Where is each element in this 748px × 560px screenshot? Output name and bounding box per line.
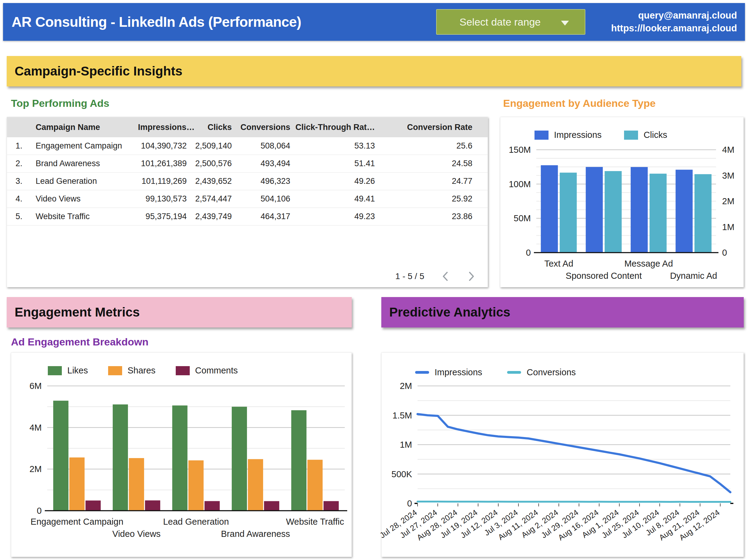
ctr-cell: 49.26 [290, 176, 375, 186]
svg-text:2M: 2M [400, 381, 412, 391]
bar-comments-1 [145, 500, 160, 511]
category-label: Dynamic Ad [670, 271, 717, 281]
legend-label: Shares [127, 366, 156, 375]
category-label: Sponsored Content [566, 271, 642, 281]
bar-clicks-1 [605, 171, 622, 252]
conversions-cell: 496,323 [232, 176, 290, 186]
ctr-cell: 49.23 [290, 212, 375, 221]
section-banner-campaign: Campaign-Specific Insights [7, 56, 741, 87]
ctr-cell: 51.41 [290, 159, 375, 168]
table-row[interactable]: 4.Video Views99,130,5732,574,447504,1064… [7, 190, 488, 208]
conversion-rate-cell: 25.92 [375, 194, 482, 203]
table-row[interactable]: 5.Website Traffic95,375,1942,439,749464,… [7, 208, 488, 225]
audience-chart: 050M100M150M01M2M3M4MText AdSponsored Co… [500, 142, 744, 285]
bar-likes-3 [232, 407, 247, 511]
conversion-rate-cell: 24.77 [375, 176, 482, 186]
conversions-cell: 493,494 [232, 159, 290, 168]
conversions-cell: 508,064 [232, 141, 290, 151]
legend-item-impressions: Impressions [535, 130, 602, 140]
legend-item-likes: Likes [48, 366, 88, 375]
page-title: AR Consulting - LinkedIn Ads (Performanc… [3, 14, 301, 30]
svg-text:0: 0 [526, 248, 531, 258]
bar-shares-4 [307, 460, 323, 511]
column-header: Clicks [187, 123, 232, 132]
svg-text:4M: 4M [722, 145, 734, 154]
campaign-name-cell: Brand Awareness [36, 159, 138, 168]
line-conversions [418, 502, 730, 502]
header-contact: query@amanraj.cloud https://looker.amanr… [611, 9, 737, 35]
svg-text:500K: 500K [391, 469, 412, 479]
chevron-down-icon [561, 21, 569, 26]
impressions-cell: 101,261,389 [138, 159, 187, 168]
conversions-cell: 504,106 [232, 194, 290, 203]
bar-clicks-2 [650, 174, 667, 252]
svg-text:50M: 50M [514, 213, 531, 223]
legend-label: Clicks [644, 130, 667, 140]
conversion-rate-cell: 24.58 [375, 159, 482, 168]
row-number: 1. [13, 141, 36, 151]
legend-swatch [507, 371, 521, 374]
row-number: 3. [13, 176, 36, 186]
bar-shares-0 [69, 458, 85, 511]
section-banner-engagement-label: Engagement Metrics [15, 305, 140, 320]
bar-impressions-1 [586, 167, 603, 252]
svg-text:2M: 2M [722, 196, 734, 206]
bar-shares-1 [129, 458, 144, 511]
bar-impressions-2 [631, 167, 648, 252]
column-header: Campaign Name [36, 123, 138, 132]
section-banner-predictive: Predictive Analytics [381, 297, 744, 327]
section-banner-predictive-label: Predictive Analytics [389, 305, 510, 320]
bar-shares-2 [189, 461, 204, 511]
pagination-next-button[interactable] [467, 271, 475, 282]
impressions-cell: 101,119,269 [138, 176, 187, 186]
category-label: Brand Awareness [221, 529, 290, 539]
column-header: Impressions… [138, 123, 187, 132]
campaign-name-cell: Website Traffic [36, 212, 138, 221]
row-number: 5. [13, 212, 36, 221]
legend-swatch [48, 366, 62, 375]
predictive-chart: 0500K1M1.5M2MJul 28, 2024Jul 27, 2024Aug… [382, 379, 744, 549]
ctr-cell: 49.41 [290, 194, 375, 203]
bar-comments-4 [323, 501, 339, 511]
clicks-cell: 2,500,576 [187, 159, 232, 168]
clicks-cell: 2,509,140 [187, 141, 232, 151]
table-body: 1.Engagement Campaign104,390,7322,509,14… [7, 137, 488, 225]
svg-text:6M: 6M [29, 381, 42, 391]
table-row[interactable]: 3.Lead Generation101,119,2692,439,652496… [7, 173, 488, 190]
bar-clicks-3 [694, 174, 711, 252]
table-row[interactable]: 1.Engagement Campaign104,390,7322,509,14… [7, 137, 488, 155]
pagination-prev-button[interactable] [441, 271, 450, 282]
bar-likes-4 [291, 410, 306, 511]
legend-item-shares: Shares [108, 366, 156, 375]
legend-item-conversions: Conversions [507, 367, 576, 378]
campaign-name-cell: Lead Generation [36, 176, 138, 186]
breakdown-chart-card: LikesSharesComments 02M4M6MEngagement Ca… [11, 352, 352, 557]
legend-label: Impressions [554, 130, 602, 140]
table-row[interactable]: 2.Brand Awareness101,261,3892,500,576493… [7, 155, 488, 173]
pagination-label: 1 - 5 / 5 [395, 271, 424, 281]
ctr-cell: 53.13 [290, 141, 375, 151]
conversion-rate-cell: 25.6 [375, 141, 482, 151]
svg-text:0: 0 [37, 506, 42, 516]
top-performing-ads-table: Campaign NameImpressions…ClicksConversio… [7, 117, 488, 287]
category-label: Text Ad [544, 259, 573, 268]
svg-text:150M: 150M [509, 145, 531, 154]
line-impressions [418, 414, 730, 492]
audience-legend: ImpressionsClicks [535, 130, 743, 140]
clicks-cell: 2,439,749 [187, 212, 232, 221]
category-label: Website Traffic [286, 517, 344, 527]
header-bar: AR Consulting - LinkedIn Ads (Performanc… [3, 3, 745, 41]
category-label: Engagement Campaign [30, 517, 123, 527]
audience-chart-title: Engagement by Audience Type [503, 97, 656, 109]
bar-comments-3 [264, 501, 279, 511]
date-range-selector[interactable]: Select date range [436, 9, 585, 35]
legend-swatch [176, 366, 190, 375]
bar-clicks-0 [560, 173, 577, 252]
table-title: Top Performing Ads [11, 97, 109, 109]
breakdown-chart: 02M4M6MEngagement CampaignVideo ViewsLea… [11, 377, 352, 547]
legend-label: Impressions [435, 367, 482, 378]
column-header: Conversions [232, 123, 290, 132]
row-number: 4. [13, 194, 36, 203]
section-banner-engagement: Engagement Metrics [7, 297, 352, 327]
category-label: Message Ad [624, 259, 673, 268]
